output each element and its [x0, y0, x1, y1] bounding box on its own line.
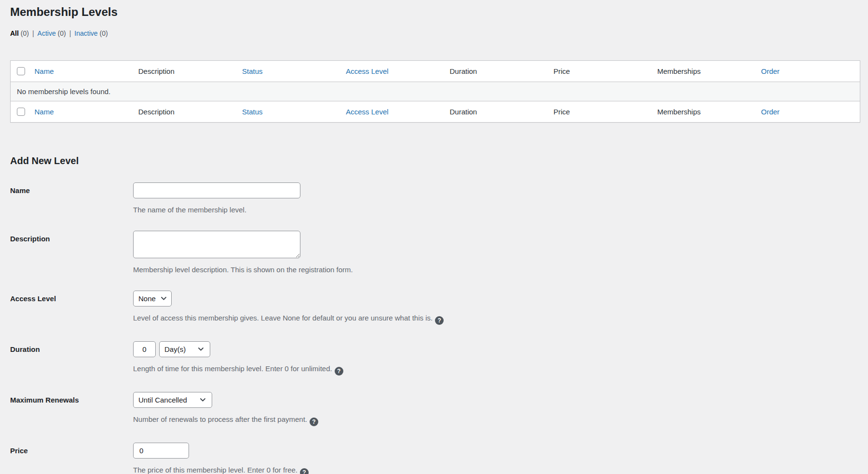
column-header-price: Price	[549, 61, 652, 82]
table-body: No membership levels found.	[11, 82, 860, 101]
description-field-row: Description Membership level description…	[10, 231, 860, 274]
add-new-level-form: Name The name of the membership level. D…	[10, 182, 860, 474]
page-title: Membership Levels	[10, 4, 860, 19]
column-footer-access-level: Access Level	[341, 101, 445, 123]
sort-status-link-footer[interactable]: Status	[242, 108, 263, 116]
access-level-select[interactable]: None	[133, 291, 172, 307]
duration-help-text: Length of time for this membership level…	[133, 364, 860, 376]
status-filter-bar: All (0)|Active (0)|Inactive (0)	[10, 29, 860, 38]
filter-all-link[interactable]: All	[10, 29, 19, 37]
name-input[interactable]	[133, 182, 300, 198]
price-help-text: The price of this membership level. Ente…	[133, 465, 860, 474]
help-icon[interactable]: ?	[335, 367, 343, 376]
column-header-duration: Duration	[445, 61, 549, 82]
add-new-level-heading: Add New Level	[10, 154, 860, 167]
column-header-memberships: Memberships	[652, 61, 756, 82]
select-all-cell-footer	[11, 101, 30, 123]
access-level-field-row: Access Level None Level of access this m…	[10, 291, 860, 325]
filter-separator: |	[32, 29, 34, 37]
chevron-down-icon	[198, 348, 203, 351]
price-label: Price	[10, 443, 133, 459]
price-field-row: Price The price of this membership level…	[10, 443, 860, 474]
sort-order-link[interactable]: Order	[761, 67, 779, 75]
column-footer-duration: Duration	[445, 101, 549, 123]
help-icon[interactable]: ?	[300, 468, 309, 474]
maximum-renewals-help-label: Number of renewals to process after the …	[133, 415, 307, 423]
filter-active-count: (0)	[58, 29, 66, 37]
price-help-label: The price of this membership level. Ente…	[133, 466, 298, 474]
sort-order-link-footer[interactable]: Order	[761, 108, 779, 116]
column-header-name: Name	[30, 61, 134, 82]
table-footer: Name Description Status Access Level Dur…	[11, 101, 860, 123]
sort-access-level-link[interactable]: Access Level	[346, 67, 388, 75]
empty-message: No membership levels found.	[11, 82, 860, 101]
help-icon[interactable]: ?	[435, 316, 444, 325]
membership-levels-table: Name Description Status Access Level Dur…	[10, 60, 860, 123]
name-label: Name	[10, 182, 133, 198]
column-footer-price: Price	[549, 101, 652, 123]
column-footer-order: Order	[756, 101, 860, 123]
column-footer-status: Status	[237, 101, 341, 123]
select-all-cell	[11, 61, 30, 82]
duration-label: Duration	[10, 341, 133, 357]
maximum-renewals-select[interactable]: Until Cancelled	[133, 392, 212, 408]
help-icon[interactable]: ?	[310, 418, 318, 426]
column-footer-memberships: Memberships	[652, 101, 756, 123]
column-header-access-level: Access Level	[341, 61, 445, 82]
description-label: Description	[10, 231, 133, 247]
duration-field-row: Duration Day(s) Length of time for this …	[10, 341, 860, 376]
filter-all-count: (0)	[21, 29, 29, 37]
duration-help-label: Length of time for this membership level…	[133, 364, 332, 373]
name-field-row: Name The name of the membership level.	[10, 182, 860, 214]
maximum-renewals-selected-value: Until Cancelled	[138, 396, 187, 404]
maximum-renewals-label: Maximum Renewals	[10, 392, 133, 408]
access-level-help-text: Level of access this membership gives. L…	[133, 313, 860, 325]
access-level-label: Access Level	[10, 291, 133, 307]
access-level-selected-value: None	[138, 294, 156, 303]
select-all-checkbox-footer[interactable]	[17, 108, 25, 116]
duration-unit-select[interactable]: Day(s)	[159, 341, 210, 357]
maximum-renewals-help-text: Number of renewals to process after the …	[133, 415, 860, 426]
sort-status-link[interactable]: Status	[242, 67, 263, 75]
sort-name-link[interactable]: Name	[35, 67, 54, 75]
chevron-down-icon	[200, 398, 205, 402]
maximum-renewals-field-row: Maximum Renewals Until Cancelled Number …	[10, 392, 860, 426]
description-textarea[interactable]	[133, 231, 300, 258]
column-footer-name: Name	[30, 101, 134, 123]
filter-inactive-count: (0)	[99, 29, 108, 37]
column-header-description: Description	[134, 61, 237, 82]
access-level-help-label: Level of access this membership gives. L…	[133, 314, 433, 322]
name-help-text: The name of the membership level.	[133, 205, 860, 214]
price-input[interactable]	[133, 443, 189, 459]
membership-levels-page: Membership Levels All (0)|Active (0)|Ina…	[0, 0, 868, 474]
filter-active-link[interactable]: Active	[38, 29, 56, 37]
column-header-status: Status	[237, 61, 341, 82]
select-all-checkbox[interactable]	[17, 67, 25, 75]
filter-inactive-link[interactable]: Inactive	[74, 29, 97, 37]
sort-name-link-footer[interactable]: Name	[35, 108, 54, 116]
chevron-down-icon	[161, 297, 166, 300]
table-header: Name Description Status Access Level Dur…	[11, 61, 860, 82]
empty-row: No membership levels found.	[11, 82, 860, 101]
duration-unit-selected-value: Day(s)	[164, 345, 186, 353]
column-header-order: Order	[756, 61, 860, 82]
sort-access-level-link-footer[interactable]: Access Level	[346, 108, 388, 116]
column-footer-description: Description	[134, 101, 237, 123]
description-help-text: Membership level description. This is sh…	[133, 265, 860, 274]
duration-input[interactable]	[133, 341, 156, 357]
filter-separator: |	[69, 29, 71, 37]
